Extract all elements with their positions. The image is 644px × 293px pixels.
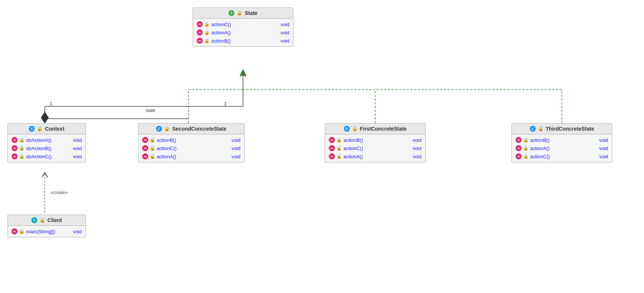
method-lock-icon: 🔒 [19, 137, 25, 143]
method-return-type: void [69, 229, 82, 234]
client-class-name: Client [47, 217, 62, 223]
method-name: main(String[]) [26, 229, 55, 234]
method-name: actionB() [157, 137, 176, 143]
method-name: actionA() [343, 154, 363, 159]
method-name: doActionB() [26, 146, 52, 151]
diagram-container: 1 1 state «cr [0, 0, 644, 293]
tcs-method-actionB: m 🔒 actionB() void [515, 136, 609, 144]
method-icon: m [142, 137, 148, 143]
context-method-doActionC: m 🔒 doActionC() void [11, 152, 83, 160]
method-icon: m [516, 153, 522, 159]
tcs-class-body: m 🔒 actionB() void m 🔒 actionA() void m … [512, 134, 612, 162]
method-lock-icon: 🔒 [204, 38, 210, 43]
method-name: actionA() [530, 146, 550, 151]
method-name: actionC() [157, 146, 177, 151]
method-return-type: void [277, 38, 289, 44]
state-class-header: I 🔒 State [193, 8, 293, 19]
method-lock-icon: 🔒 [150, 146, 155, 151]
method-icon: m [12, 137, 18, 143]
method-lock-icon: 🔒 [150, 137, 155, 143]
fcs-class-body: m 🔒 actionB() void m 🔒 actionC() void m … [325, 134, 425, 162]
svg-marker-1 [42, 114, 48, 123]
method-name: actionA() [157, 154, 176, 159]
method-lock-icon: 🔒 [204, 22, 210, 27]
method-return-type: void [595, 137, 608, 143]
tcs-stereotype-icon: C [530, 126, 536, 132]
method-return-type: void [277, 22, 289, 27]
method-icon: m [142, 145, 148, 151]
method-name: actionC() [211, 22, 231, 27]
first-concrete-state-class: C 🔒 FirstConcreteState m 🔒 actionB() voi… [325, 123, 426, 162]
method-return-type: void [595, 146, 608, 151]
second-concrete-state-header: C 🔒 SecondConcreteState [139, 124, 244, 134]
fcs-stereotype-icon: C [344, 126, 350, 132]
client-stereotype-icon: C [31, 217, 37, 223]
state-class: I 🔒 State m 🔒 actionC() void m 🔒 actionA… [193, 7, 293, 47]
method-icon: m [197, 38, 203, 44]
method-name: actionC() [343, 146, 363, 151]
third-concrete-state-class: C 🔒 ThirdConcreteState m 🔒 actionB() voi… [511, 123, 612, 162]
method-return-type: void [409, 137, 421, 143]
method-icon: m [329, 153, 335, 159]
context-class-name: Context [45, 126, 64, 132]
method-name: actionB() [211, 38, 231, 44]
context-method-doActionA: m 🔒 doActionA() void [11, 136, 83, 144]
scs-method-actionC: m 🔒 actionC() void [141, 144, 241, 152]
method-lock-icon: 🔒 [336, 146, 342, 151]
tcs-method-actionA: m 🔒 actionA() void [515, 144, 609, 152]
client-lock-icon: 🔒 [40, 218, 45, 223]
state-method-actionB: m 🔒 actionB() void [196, 37, 290, 45]
method-icon: m [329, 137, 335, 143]
method-lock-icon: 🔒 [523, 154, 529, 159]
method-icon: m [329, 145, 335, 151]
scs-stereotype-icon: C [156, 126, 162, 132]
first-concrete-state-header: C 🔒 FirstConcreteState [325, 124, 425, 134]
fcs-method-actionC: m 🔒 actionC() void [328, 144, 422, 152]
context-class-header: C 🔒 Context [8, 124, 85, 134]
scs-class-body: m 🔒 actionB() void m 🔒 actionC() void m … [139, 134, 244, 162]
method-icon: m [197, 21, 203, 27]
tcs-method-actionC: m 🔒 actionC() void [515, 152, 609, 160]
method-name: doActionA() [26, 137, 52, 143]
method-name: actionB() [343, 137, 363, 143]
state-stereotype-icon: I [228, 10, 234, 16]
state-method-actionA: m 🔒 actionA() void [196, 28, 290, 37]
client-class-body: m 🔒 main(String[]) void [8, 226, 85, 237]
method-return-type: void [69, 137, 82, 143]
method-lock-icon: 🔒 [19, 229, 25, 234]
svg-text:state: state [146, 108, 155, 113]
svg-text:1: 1 [224, 101, 227, 106]
method-return-type: void [595, 154, 608, 159]
context-lock-icon: 🔒 [37, 126, 43, 131]
method-lock-icon: 🔒 [19, 154, 25, 159]
method-icon: m [12, 153, 18, 159]
method-icon: m [142, 153, 148, 159]
fcs-method-actionA: m 🔒 actionA() void [328, 152, 422, 160]
method-lock-icon: 🔒 [150, 154, 155, 159]
method-return-type: void [69, 154, 82, 159]
second-concrete-state-class: C 🔒 SecondConcreteState m 🔒 actionB() vo… [138, 123, 245, 162]
method-lock-icon: 🔒 [523, 137, 529, 143]
context-class: C 🔒 Context m 🔒 doActionA() void m 🔒 doA… [7, 123, 86, 162]
scs-method-actionB: m 🔒 actionB() void [141, 136, 241, 144]
method-return-type: void [409, 146, 421, 151]
scs-lock-icon: 🔒 [164, 126, 170, 131]
method-lock-icon: 🔒 [523, 146, 529, 151]
fcs-class-name: FirstConcreteState [360, 126, 407, 132]
method-lock-icon: 🔒 [19, 146, 25, 151]
method-icon: m [12, 145, 18, 151]
client-class: C 🔒 Client m 🔒 main(String[]) void [7, 215, 86, 237]
method-icon: m [197, 29, 203, 35]
method-lock-icon: 🔒 [336, 137, 342, 143]
method-return-type: void [409, 154, 421, 159]
method-return-type: void [228, 137, 240, 143]
state-class-name: State [245, 10, 257, 16]
method-return-type: void [69, 146, 82, 151]
tcs-class-name: ThirdConcreteState [546, 126, 594, 132]
state-method-actionC: m 🔒 actionC() void [196, 20, 290, 28]
method-name: actionB() [530, 137, 550, 143]
method-return-type: void [228, 146, 240, 151]
client-method-main: m 🔒 main(String[]) void [11, 227, 83, 236]
scs-class-name: SecondConcreteState [172, 126, 226, 132]
third-concrete-state-header: C 🔒 ThirdConcreteState [512, 124, 612, 134]
